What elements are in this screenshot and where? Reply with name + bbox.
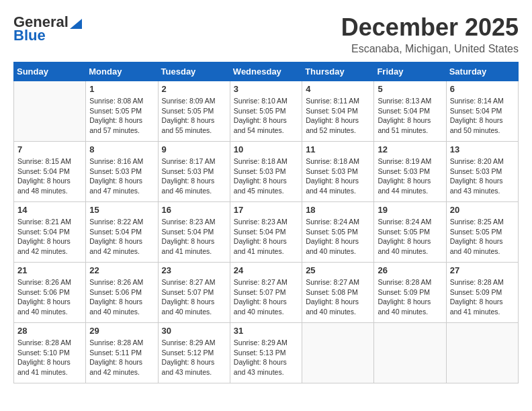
calendar-cell bbox=[302, 323, 374, 383]
day-info: Sunrise: 8:23 AMSunset: 5:04 PMDaylight:… bbox=[162, 217, 226, 257]
day-number: 7 bbox=[17, 144, 82, 154]
day-info: Sunrise: 8:20 AMSunset: 5:03 PMDaylight:… bbox=[450, 156, 515, 196]
day-number: 21 bbox=[17, 265, 82, 275]
calendar-cell: 30Sunrise: 8:29 AMSunset: 5:12 PMDayligh… bbox=[158, 323, 230, 383]
week-row-2: 7Sunrise: 8:15 AMSunset: 5:04 PMDaylight… bbox=[14, 142, 519, 202]
day-header-thursday: Thursday bbox=[302, 62, 374, 81]
calendar-cell: 9Sunrise: 8:17 AMSunset: 5:03 PMDaylight… bbox=[158, 142, 230, 202]
calendar-cell: 13Sunrise: 8:20 AMSunset: 5:03 PMDayligh… bbox=[446, 142, 518, 202]
day-number: 29 bbox=[89, 326, 154, 336]
day-info: Sunrise: 8:28 AMSunset: 5:10 PMDaylight:… bbox=[17, 338, 82, 377]
day-number: 22 bbox=[89, 265, 154, 275]
day-header-saturday: Saturday bbox=[446, 62, 518, 81]
calendar-cell bbox=[14, 81, 86, 142]
calendar-cell: 17Sunrise: 8:23 AMSunset: 5:04 PMDayligh… bbox=[230, 202, 302, 263]
day-number: 24 bbox=[234, 265, 298, 275]
calendar-cell: 15Sunrise: 8:22 AMSunset: 5:04 PMDayligh… bbox=[86, 202, 158, 263]
location-title: Escanaba, Michigan, United States bbox=[341, 43, 519, 55]
day-number: 5 bbox=[378, 84, 442, 94]
day-number: 31 bbox=[234, 326, 298, 336]
logo: General Blue bbox=[13, 13, 82, 44]
day-number: 17 bbox=[234, 205, 298, 215]
calendar-cell: 2Sunrise: 8:09 AMSunset: 5:05 PMDaylight… bbox=[158, 81, 230, 142]
day-info: Sunrise: 8:22 AMSunset: 5:04 PMDaylight:… bbox=[89, 217, 154, 257]
calendar-cell: 16Sunrise: 8:23 AMSunset: 5:04 PMDayligh… bbox=[158, 202, 230, 263]
calendar-cell: 4Sunrise: 8:11 AMSunset: 5:04 PMDaylight… bbox=[302, 81, 374, 142]
calendar-cell bbox=[446, 323, 518, 383]
day-number: 1 bbox=[89, 84, 154, 94]
calendar-cell: 11Sunrise: 8:18 AMSunset: 5:03 PMDayligh… bbox=[302, 142, 374, 202]
calendar-cell: 20Sunrise: 8:25 AMSunset: 5:05 PMDayligh… bbox=[446, 202, 518, 263]
svg-marker-0 bbox=[70, 19, 82, 29]
day-info: Sunrise: 8:28 AMSunset: 5:09 PMDaylight:… bbox=[378, 277, 442, 317]
calendar-cell: 8Sunrise: 8:16 AMSunset: 5:03 PMDaylight… bbox=[86, 142, 158, 202]
calendar-header-row: SundayMondayTuesdayWednesdayThursdayFrid… bbox=[14, 62, 519, 81]
day-info: Sunrise: 8:29 AMSunset: 5:12 PMDaylight:… bbox=[162, 338, 226, 377]
calendar-cell: 23Sunrise: 8:27 AMSunset: 5:07 PMDayligh… bbox=[158, 263, 230, 323]
day-number: 19 bbox=[378, 205, 442, 215]
day-number: 28 bbox=[17, 326, 82, 336]
calendar-cell: 12Sunrise: 8:19 AMSunset: 5:03 PMDayligh… bbox=[374, 142, 446, 202]
day-header-monday: Monday bbox=[86, 62, 158, 81]
calendar-cell: 25Sunrise: 8:27 AMSunset: 5:08 PMDayligh… bbox=[302, 263, 374, 323]
day-number: 15 bbox=[89, 205, 154, 215]
day-info: Sunrise: 8:19 AMSunset: 5:03 PMDaylight:… bbox=[378, 156, 442, 196]
week-row-4: 21Sunrise: 8:26 AMSunset: 5:06 PMDayligh… bbox=[14, 263, 519, 323]
day-info: Sunrise: 8:27 AMSunset: 5:07 PMDaylight:… bbox=[234, 277, 298, 317]
day-header-sunday: Sunday bbox=[14, 62, 86, 81]
day-info: Sunrise: 8:26 AMSunset: 5:06 PMDaylight:… bbox=[89, 277, 154, 317]
day-number: 2 bbox=[162, 84, 226, 94]
day-info: Sunrise: 8:24 AMSunset: 5:05 PMDaylight:… bbox=[306, 217, 370, 257]
day-info: Sunrise: 8:10 AMSunset: 5:05 PMDaylight:… bbox=[234, 96, 298, 136]
calendar-cell: 31Sunrise: 8:29 AMSunset: 5:13 PMDayligh… bbox=[230, 323, 302, 383]
day-number: 18 bbox=[306, 205, 370, 215]
day-number: 10 bbox=[234, 144, 298, 154]
calendar-cell: 6Sunrise: 8:14 AMSunset: 5:04 PMDaylight… bbox=[446, 81, 518, 142]
day-info: Sunrise: 8:16 AMSunset: 5:03 PMDaylight:… bbox=[89, 156, 154, 196]
day-number: 11 bbox=[306, 144, 370, 154]
calendar-cell: 5Sunrise: 8:13 AMSunset: 5:04 PMDaylight… bbox=[374, 81, 446, 142]
calendar-table: SundayMondayTuesdayWednesdayThursdayFrid… bbox=[13, 62, 519, 383]
day-header-wednesday: Wednesday bbox=[230, 62, 302, 81]
month-title: December 2025 bbox=[341, 13, 519, 42]
week-row-5: 28Sunrise: 8:28 AMSunset: 5:10 PMDayligh… bbox=[14, 323, 519, 383]
logo-arrow-icon bbox=[70, 15, 82, 29]
calendar-cell: 18Sunrise: 8:24 AMSunset: 5:05 PMDayligh… bbox=[302, 202, 374, 263]
day-number: 16 bbox=[162, 205, 226, 215]
day-info: Sunrise: 8:27 AMSunset: 5:07 PMDaylight:… bbox=[162, 277, 226, 317]
day-info: Sunrise: 8:09 AMSunset: 5:05 PMDaylight:… bbox=[162, 96, 226, 136]
calendar-cell: 26Sunrise: 8:28 AMSunset: 5:09 PMDayligh… bbox=[374, 263, 446, 323]
title-block: December 2025 Escanaba, Michigan, United… bbox=[341, 13, 519, 55]
calendar-cell: 7Sunrise: 8:15 AMSunset: 5:04 PMDaylight… bbox=[14, 142, 86, 202]
day-number: 23 bbox=[162, 265, 226, 275]
day-info: Sunrise: 8:28 AMSunset: 5:11 PMDaylight:… bbox=[89, 338, 154, 377]
day-number: 8 bbox=[89, 144, 154, 154]
page-header: General Blue December 2025 Escanaba, Mic… bbox=[13, 13, 519, 55]
day-info: Sunrise: 8:27 AMSunset: 5:08 PMDaylight:… bbox=[306, 277, 370, 317]
day-number: 6 bbox=[450, 84, 515, 94]
day-header-tuesday: Tuesday bbox=[158, 62, 230, 81]
day-number: 14 bbox=[17, 205, 82, 215]
day-info: Sunrise: 8:26 AMSunset: 5:06 PMDaylight:… bbox=[17, 277, 82, 317]
calendar-cell: 14Sunrise: 8:21 AMSunset: 5:04 PMDayligh… bbox=[14, 202, 86, 263]
day-number: 13 bbox=[450, 144, 515, 154]
calendar-cell: 3Sunrise: 8:10 AMSunset: 5:05 PMDaylight… bbox=[230, 81, 302, 142]
day-info: Sunrise: 8:28 AMSunset: 5:09 PMDaylight:… bbox=[450, 277, 515, 317]
day-number: 25 bbox=[306, 265, 370, 275]
day-number: 27 bbox=[450, 265, 515, 275]
day-info: Sunrise: 8:29 AMSunset: 5:13 PMDaylight:… bbox=[234, 338, 298, 377]
calendar-cell: 19Sunrise: 8:24 AMSunset: 5:05 PMDayligh… bbox=[374, 202, 446, 263]
calendar-cell: 21Sunrise: 8:26 AMSunset: 5:06 PMDayligh… bbox=[14, 263, 86, 323]
day-info: Sunrise: 8:13 AMSunset: 5:04 PMDaylight:… bbox=[378, 96, 442, 136]
day-info: Sunrise: 8:18 AMSunset: 5:03 PMDaylight:… bbox=[306, 156, 370, 196]
day-number: 30 bbox=[162, 326, 226, 336]
day-number: 26 bbox=[378, 265, 442, 275]
logo-blue-text: Blue bbox=[13, 27, 46, 44]
day-info: Sunrise: 8:08 AMSunset: 5:05 PMDaylight:… bbox=[89, 96, 154, 136]
day-info: Sunrise: 8:18 AMSunset: 5:03 PMDaylight:… bbox=[234, 156, 298, 196]
calendar-cell: 1Sunrise: 8:08 AMSunset: 5:05 PMDaylight… bbox=[86, 81, 158, 142]
day-info: Sunrise: 8:14 AMSunset: 5:04 PMDaylight:… bbox=[450, 96, 515, 136]
day-info: Sunrise: 8:21 AMSunset: 5:04 PMDaylight:… bbox=[17, 217, 82, 257]
calendar-cell bbox=[374, 323, 446, 383]
calendar-cell: 28Sunrise: 8:28 AMSunset: 5:10 PMDayligh… bbox=[14, 323, 86, 383]
